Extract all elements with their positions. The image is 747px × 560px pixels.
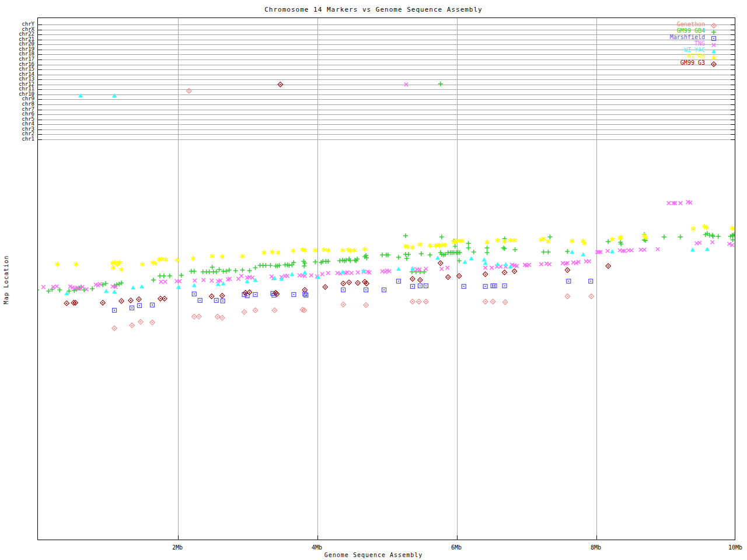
point <box>404 83 408 86</box>
point <box>419 251 424 256</box>
x-tick-label: 6Mb <box>451 544 462 551</box>
point <box>406 252 411 257</box>
x-tick-label: 4Mb <box>312 544 322 551</box>
point <box>418 242 422 247</box>
point <box>131 285 135 289</box>
point <box>483 266 487 270</box>
point <box>197 314 201 319</box>
point <box>428 243 432 248</box>
point <box>606 249 609 253</box>
point <box>410 299 415 304</box>
point <box>350 271 353 275</box>
point <box>539 262 543 266</box>
point <box>240 268 245 272</box>
point <box>302 270 307 274</box>
point <box>565 249 570 254</box>
legend-label-wi-yac: WI YAC <box>595 47 705 53</box>
point <box>326 271 330 275</box>
point <box>495 238 500 243</box>
point <box>219 316 224 320</box>
point <box>103 281 108 286</box>
point <box>679 201 682 205</box>
point <box>424 299 428 304</box>
x-tick-label: 8Mb <box>591 544 601 551</box>
chart-canvas: Chromosome 14 Markers vs Genome Sequence… <box>0 0 747 560</box>
point <box>490 299 495 304</box>
point <box>446 275 451 279</box>
point <box>268 263 273 268</box>
point <box>263 263 268 268</box>
legend-label-gm99-g3: GM99 G3 <box>595 60 705 66</box>
y-axis-label: Map Location <box>3 248 9 312</box>
point <box>356 271 359 274</box>
point <box>253 292 257 296</box>
point <box>163 257 167 262</box>
point <box>151 278 156 282</box>
legend-label-wi-rh: WI RH <box>595 53 705 60</box>
point <box>396 279 400 283</box>
point <box>104 289 109 293</box>
point <box>466 246 471 250</box>
point <box>512 238 516 243</box>
point <box>41 285 45 289</box>
point <box>362 247 366 251</box>
point <box>341 281 345 286</box>
point <box>214 298 218 302</box>
point <box>711 240 714 244</box>
point <box>337 258 342 263</box>
point <box>98 282 102 286</box>
point <box>716 234 721 239</box>
point <box>210 265 215 270</box>
x-axis-label: Genome Sequence Assembly <box>0 552 747 558</box>
point <box>111 265 115 270</box>
legend-marker <box>710 59 718 70</box>
point <box>610 249 615 253</box>
point <box>502 300 507 304</box>
point <box>128 298 133 303</box>
series-marshfield <box>113 279 593 312</box>
point <box>457 258 462 263</box>
legend-label-genethon: Genethon <box>595 21 705 27</box>
point <box>483 272 487 276</box>
point <box>150 320 155 325</box>
point <box>253 308 257 313</box>
legend-label-tng: TNG <box>595 40 705 47</box>
point <box>320 272 324 276</box>
point <box>250 276 254 279</box>
point <box>340 248 344 253</box>
point <box>639 248 643 251</box>
point <box>140 262 144 267</box>
point <box>292 292 296 296</box>
point <box>322 247 326 252</box>
point <box>158 274 162 278</box>
point <box>483 261 488 265</box>
point <box>112 93 117 97</box>
point <box>417 299 421 304</box>
point <box>233 268 238 273</box>
point <box>272 308 277 313</box>
point <box>495 262 500 266</box>
point <box>440 267 444 271</box>
point <box>428 253 432 257</box>
legend-label-marshfield: Marshfield <box>595 34 705 40</box>
point <box>210 279 213 282</box>
point <box>352 248 356 253</box>
legend-marker-icon-diamond <box>710 61 718 68</box>
point <box>462 284 466 288</box>
point <box>502 270 507 275</box>
series-wi-yac <box>64 93 710 295</box>
point <box>207 270 212 274</box>
point <box>513 247 518 252</box>
point <box>581 252 585 256</box>
point <box>309 274 313 277</box>
point <box>219 293 224 298</box>
point <box>55 285 58 288</box>
point <box>565 294 570 299</box>
point <box>691 226 695 231</box>
point <box>504 262 508 266</box>
point <box>341 288 345 292</box>
point <box>130 306 134 310</box>
point <box>565 268 570 272</box>
point <box>175 258 179 262</box>
point <box>210 254 214 258</box>
